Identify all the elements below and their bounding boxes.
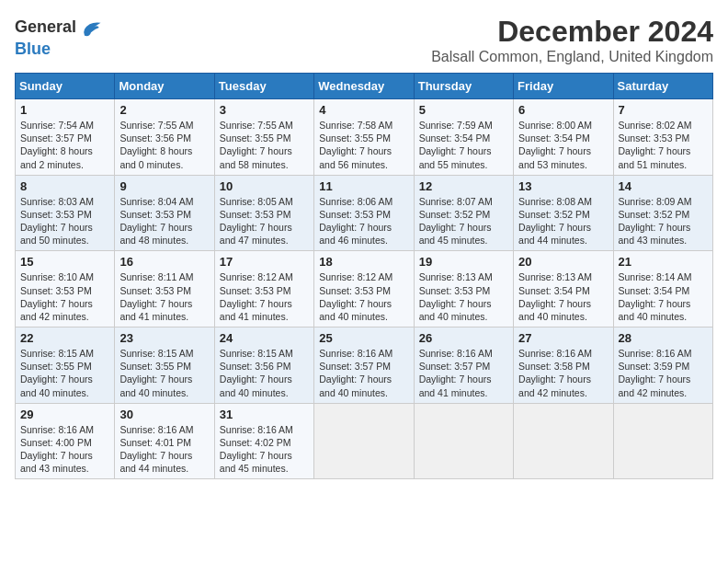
calendar-cell: 25 Sunrise: 8:16 AM Sunset: 3:57 PM Dayl… [314, 327, 414, 404]
calendar-cell: 11 Sunrise: 8:06 AM Sunset: 3:53 PM Dayl… [314, 175, 414, 251]
calendar-week-4: 22 Sunrise: 8:15 AM Sunset: 3:55 PM Dayl… [16, 327, 713, 404]
calendar-week-3: 15 Sunrise: 8:10 AM Sunset: 3:53 PM Dayl… [16, 251, 713, 327]
day-number: 11 [319, 179, 408, 193]
day-number: 23 [119, 331, 209, 345]
logo-text-blue: Blue [15, 40, 51, 58]
day-info: Sunrise: 8:03 AM Sunset: 3:53 PM Dayligh… [20, 195, 109, 247]
logo-bird-icon [78, 15, 104, 40]
day-number: 18 [319, 255, 408, 269]
calendar-cell: 10 Sunrise: 8:05 AM Sunset: 3:53 PM Dayl… [214, 175, 313, 251]
calendar-cell: 19 Sunrise: 8:13 AM Sunset: 3:53 PM Dayl… [414, 251, 513, 327]
day-info: Sunrise: 8:02 AM Sunset: 3:53 PM Dayligh… [619, 119, 708, 171]
calendar-cell: 31 Sunrise: 8:16 AM Sunset: 4:02 PM Dayl… [214, 403, 313, 479]
calendar-week-1: 1 Sunrise: 7:54 AM Sunset: 3:57 PM Dayli… [16, 99, 713, 176]
day-info: Sunrise: 8:16 AM Sunset: 3:58 PM Dayligh… [518, 347, 608, 399]
day-number: 1 [20, 103, 109, 117]
day-number: 19 [419, 255, 508, 269]
day-info: Sunrise: 7:54 AM Sunset: 3:57 PM Dayligh… [20, 119, 109, 171]
day-info: Sunrise: 8:16 AM Sunset: 3:57 PM Dayligh… [319, 347, 408, 399]
day-info: Sunrise: 8:12 AM Sunset: 3:53 PM Dayligh… [220, 270, 309, 323]
calendar-cell: 4 Sunrise: 7:58 AM Sunset: 3:55 PM Dayli… [314, 99, 414, 176]
day-info: Sunrise: 8:15 AM Sunset: 3:55 PM Dayligh… [119, 347, 209, 399]
day-info: Sunrise: 8:16 AM Sunset: 4:00 PM Dayligh… [20, 423, 109, 476]
calendar-cell [314, 403, 414, 479]
calendar-table: SundayMondayTuesdayWednesdayThursdayFrid… [15, 73, 713, 479]
day-number: 22 [20, 331, 109, 345]
column-header-wednesday: Wednesday [314, 74, 414, 99]
calendar-cell: 24 Sunrise: 8:15 AM Sunset: 3:56 PM Dayl… [214, 327, 313, 404]
day-info: Sunrise: 7:59 AM Sunset: 3:54 PM Dayligh… [419, 119, 508, 171]
day-info: Sunrise: 8:00 AM Sunset: 3:54 PM Dayligh… [518, 119, 608, 171]
column-header-saturday: Saturday [613, 74, 712, 99]
day-info: Sunrise: 8:16 AM Sunset: 4:02 PM Dayligh… [220, 423, 309, 476]
calendar-cell: 1 Sunrise: 7:54 AM Sunset: 3:57 PM Dayli… [16, 99, 115, 176]
day-number: 4 [319, 103, 408, 117]
day-number: 3 [220, 103, 309, 117]
calendar-cell: 29 Sunrise: 8:16 AM Sunset: 4:00 PM Dayl… [16, 403, 115, 479]
day-info: Sunrise: 8:10 AM Sunset: 3:53 PM Dayligh… [20, 270, 109, 323]
day-info: Sunrise: 8:15 AM Sunset: 3:55 PM Dayligh… [20, 347, 109, 399]
day-info: Sunrise: 8:13 AM Sunset: 3:53 PM Dayligh… [419, 270, 508, 323]
day-info: Sunrise: 7:55 AM Sunset: 3:55 PM Dayligh… [220, 119, 309, 171]
calendar-cell: 23 Sunrise: 8:15 AM Sunset: 3:55 PM Dayl… [115, 327, 214, 404]
calendar-cell: 2 Sunrise: 7:55 AM Sunset: 3:56 PM Dayli… [115, 99, 214, 176]
calendar-cell [414, 403, 513, 479]
day-number: 29 [20, 408, 109, 421]
calendar-cell: 13 Sunrise: 8:08 AM Sunset: 3:52 PM Dayl… [514, 175, 613, 251]
day-info: Sunrise: 8:12 AM Sunset: 3:53 PM Dayligh… [319, 270, 408, 323]
day-number: 15 [20, 255, 109, 269]
calendar-cell: 18 Sunrise: 8:12 AM Sunset: 3:53 PM Dayl… [314, 251, 414, 327]
calendar-cell: 5 Sunrise: 7:59 AM Sunset: 3:54 PM Dayli… [414, 99, 513, 176]
day-number: 30 [119, 408, 209, 421]
day-number: 25 [319, 331, 408, 345]
day-info: Sunrise: 8:16 AM Sunset: 3:57 PM Dayligh… [419, 347, 508, 399]
calendar-week-2: 8 Sunrise: 8:03 AM Sunset: 3:53 PM Dayli… [16, 175, 713, 251]
calendar-cell: 8 Sunrise: 8:03 AM Sunset: 3:53 PM Dayli… [16, 175, 115, 251]
day-number: 2 [119, 103, 209, 117]
day-info: Sunrise: 7:58 AM Sunset: 3:55 PM Dayligh… [319, 119, 408, 171]
page-header: General Blue December 2024 Balsall Commo… [15, 15, 713, 65]
calendar-cell [613, 403, 712, 479]
calendar-cell: 17 Sunrise: 8:12 AM Sunset: 3:53 PM Dayl… [214, 251, 313, 327]
day-info: Sunrise: 8:16 AM Sunset: 3:59 PM Dayligh… [619, 347, 708, 399]
calendar-cell: 3 Sunrise: 7:55 AM Sunset: 3:55 PM Dayli… [214, 99, 313, 176]
calendar-cell: 22 Sunrise: 8:15 AM Sunset: 3:55 PM Dayl… [16, 327, 115, 404]
calendar-cell: 26 Sunrise: 8:16 AM Sunset: 3:57 PM Dayl… [414, 327, 513, 404]
day-info: Sunrise: 8:08 AM Sunset: 3:52 PM Dayligh… [518, 195, 608, 247]
column-header-friday: Friday [514, 74, 613, 99]
day-info: Sunrise: 8:15 AM Sunset: 3:56 PM Dayligh… [220, 347, 309, 399]
day-info: Sunrise: 8:11 AM Sunset: 3:53 PM Dayligh… [119, 270, 209, 323]
logo: General Blue [15, 15, 104, 59]
day-number: 6 [518, 103, 608, 117]
day-info: Sunrise: 8:06 AM Sunset: 3:53 PM Dayligh… [319, 195, 408, 247]
day-number: 14 [619, 179, 708, 193]
day-number: 20 [518, 255, 608, 269]
day-number: 31 [220, 408, 309, 421]
day-number: 28 [619, 331, 708, 345]
day-number: 21 [619, 255, 708, 269]
calendar-cell: 7 Sunrise: 8:02 AM Sunset: 3:53 PM Dayli… [613, 99, 712, 176]
day-info: Sunrise: 8:16 AM Sunset: 4:01 PM Dayligh… [119, 423, 209, 476]
day-number: 9 [119, 179, 209, 193]
calendar-week-5: 29 Sunrise: 8:16 AM Sunset: 4:00 PM Dayl… [16, 403, 713, 479]
day-number: 24 [220, 331, 309, 345]
day-number: 27 [518, 331, 608, 345]
day-number: 13 [518, 179, 608, 193]
day-info: Sunrise: 8:13 AM Sunset: 3:54 PM Dayligh… [518, 270, 608, 323]
column-header-thursday: Thursday [414, 74, 513, 99]
calendar-cell: 9 Sunrise: 8:04 AM Sunset: 3:53 PM Dayli… [115, 175, 214, 251]
column-header-tuesday: Tuesday [214, 74, 313, 99]
calendar-cell: 14 Sunrise: 8:09 AM Sunset: 3:52 PM Dayl… [613, 175, 712, 251]
day-number: 8 [20, 179, 109, 193]
day-info: Sunrise: 8:04 AM Sunset: 3:53 PM Dayligh… [119, 195, 209, 247]
day-info: Sunrise: 8:05 AM Sunset: 3:53 PM Dayligh… [220, 195, 309, 247]
day-info: Sunrise: 8:14 AM Sunset: 3:54 PM Dayligh… [619, 270, 708, 323]
calendar-cell: 15 Sunrise: 8:10 AM Sunset: 3:53 PM Dayl… [16, 251, 115, 327]
calendar-cell: 12 Sunrise: 8:07 AM Sunset: 3:52 PM Dayl… [414, 175, 513, 251]
calendar-header-row: SundayMondayTuesdayWednesdayThursdayFrid… [16, 74, 713, 99]
calendar-cell: 28 Sunrise: 8:16 AM Sunset: 3:59 PM Dayl… [613, 327, 712, 404]
column-header-sunday: Sunday [16, 74, 115, 99]
day-number: 10 [220, 179, 309, 193]
calendar-cell: 6 Sunrise: 8:00 AM Sunset: 3:54 PM Dayli… [514, 99, 613, 176]
column-header-monday: Monday [115, 74, 214, 99]
